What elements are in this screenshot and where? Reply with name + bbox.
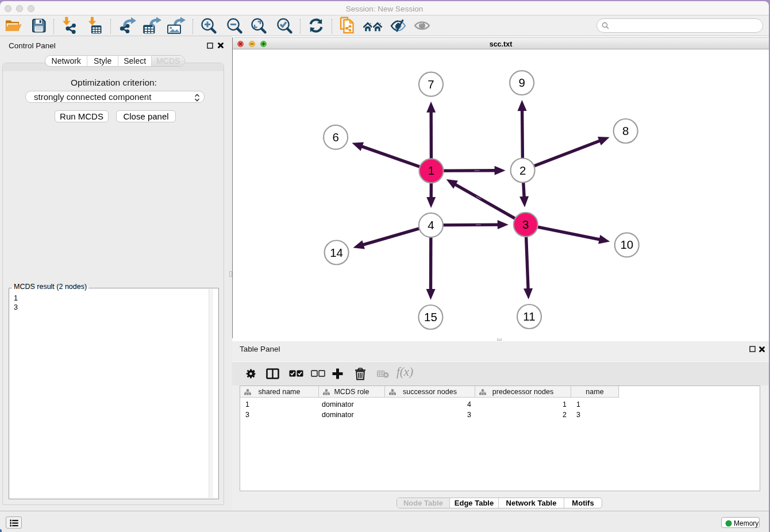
svg-text:8: 8 [622, 124, 629, 137]
svg-text:6: 6 [332, 130, 338, 144]
svg-text:15: 15 [424, 310, 437, 323]
svg-text:2: 2 [519, 164, 526, 177]
svg-text:9: 9 [518, 76, 525, 89]
svg-text:11: 11 [523, 310, 535, 323]
svg-text:3: 3 [522, 218, 529, 231]
svg-text:4: 4 [428, 218, 434, 232]
svg-text:7: 7 [428, 78, 434, 91]
svg-text:10: 10 [620, 238, 633, 251]
svg-text:1: 1 [428, 164, 434, 177]
svg-text:14: 14 [330, 246, 343, 259]
